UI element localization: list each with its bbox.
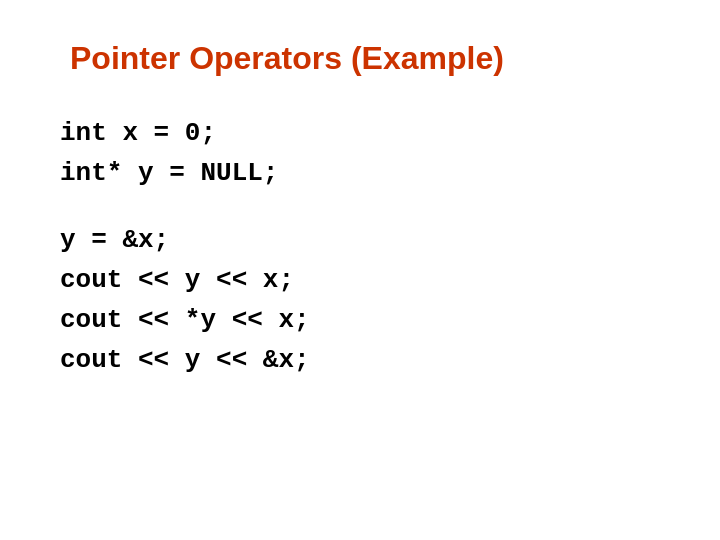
code-line-5: cout << *y << x;: [60, 300, 660, 340]
code-spacer: [60, 194, 660, 220]
code-line-2: int* y = NULL;: [60, 153, 660, 193]
code-line-6: cout << y << &x;: [60, 340, 660, 380]
code-block: int x = 0; int* y = NULL; y = &x; cout <…: [60, 113, 660, 381]
code-line-3: y = &x;: [60, 220, 660, 260]
slide-container: Pointer Operators (Example) int x = 0; i…: [0, 0, 720, 540]
code-line-1: int x = 0;: [60, 113, 660, 153]
code-line-4: cout << y << x;: [60, 260, 660, 300]
slide-title: Pointer Operators (Example): [70, 40, 660, 77]
